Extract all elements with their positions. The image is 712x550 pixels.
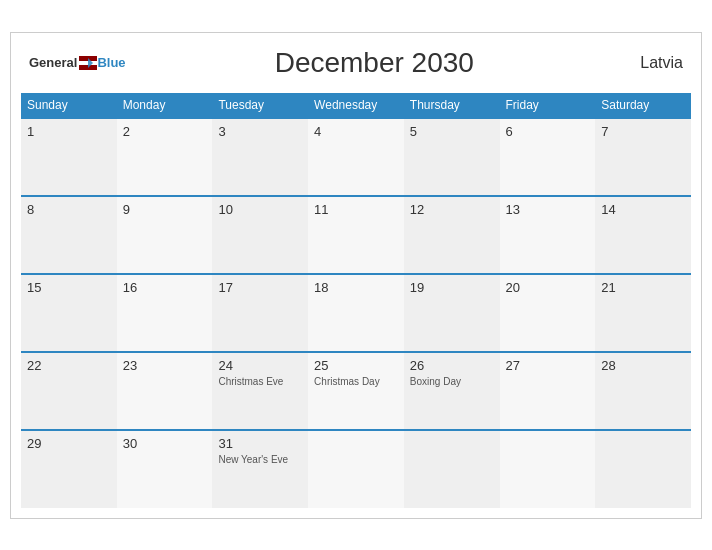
table-cell: 19 — [404, 274, 500, 352]
day-number: 21 — [601, 280, 685, 295]
table-cell: 12 — [404, 196, 500, 274]
table-cell — [500, 430, 596, 508]
table-cell: 3 — [212, 118, 308, 196]
day-number: 18 — [314, 280, 398, 295]
table-cell: 4 — [308, 118, 404, 196]
day-number: 6 — [506, 124, 590, 139]
header-friday: Friday — [500, 93, 596, 118]
calendar-week-row: 222324Christmas Eve25Christmas Day26Boxi… — [21, 352, 691, 430]
day-number: 17 — [218, 280, 302, 295]
holiday-label: Boxing Day — [410, 375, 494, 388]
day-number: 3 — [218, 124, 302, 139]
day-number: 22 — [27, 358, 111, 373]
day-number: 13 — [506, 202, 590, 217]
table-cell: 2 — [117, 118, 213, 196]
table-cell — [308, 430, 404, 508]
calendar-header: General Blue December 2030 Latvia — [21, 43, 691, 83]
day-number: 5 — [410, 124, 494, 139]
day-number: 1 — [27, 124, 111, 139]
day-number: 15 — [27, 280, 111, 295]
table-cell: 8 — [21, 196, 117, 274]
calendar-week-row: 293031New Year's Eve — [21, 430, 691, 508]
day-number: 26 — [410, 358, 494, 373]
calendar-week-row: 891011121314 — [21, 196, 691, 274]
table-cell: 27 — [500, 352, 596, 430]
table-cell: 14 — [595, 196, 691, 274]
logo-blue-text: Blue — [97, 55, 125, 70]
table-cell: 26Boxing Day — [404, 352, 500, 430]
header-monday: Monday — [117, 93, 213, 118]
table-cell: 22 — [21, 352, 117, 430]
table-cell: 16 — [117, 274, 213, 352]
table-cell: 9 — [117, 196, 213, 274]
table-cell: 17 — [212, 274, 308, 352]
day-number: 8 — [27, 202, 111, 217]
table-cell — [595, 430, 691, 508]
day-number: 2 — [123, 124, 207, 139]
header-saturday: Saturday — [595, 93, 691, 118]
day-number: 16 — [123, 280, 207, 295]
table-cell: 15 — [21, 274, 117, 352]
table-cell: 11 — [308, 196, 404, 274]
day-number: 29 — [27, 436, 111, 451]
holiday-label: Christmas Eve — [218, 375, 302, 388]
day-number: 31 — [218, 436, 302, 451]
calendar-container: General Blue December 2030 Latvia Sunday… — [10, 32, 702, 519]
header-thursday: Thursday — [404, 93, 500, 118]
table-cell: 7 — [595, 118, 691, 196]
day-number: 24 — [218, 358, 302, 373]
logo: General Blue — [29, 55, 126, 70]
table-cell: 1 — [21, 118, 117, 196]
table-cell: 23 — [117, 352, 213, 430]
holiday-label: New Year's Eve — [218, 453, 302, 466]
day-number: 9 — [123, 202, 207, 217]
header-sunday: Sunday — [21, 93, 117, 118]
day-number: 28 — [601, 358, 685, 373]
table-cell: 13 — [500, 196, 596, 274]
day-number: 23 — [123, 358, 207, 373]
day-number: 30 — [123, 436, 207, 451]
table-cell: 28 — [595, 352, 691, 430]
logo-flag-icon — [79, 56, 97, 70]
calendar-week-row: 15161718192021 — [21, 274, 691, 352]
day-number: 25 — [314, 358, 398, 373]
table-cell: 20 — [500, 274, 596, 352]
header-tuesday: Tuesday — [212, 93, 308, 118]
day-number: 12 — [410, 202, 494, 217]
table-cell: 5 — [404, 118, 500, 196]
table-cell: 31New Year's Eve — [212, 430, 308, 508]
day-number: 7 — [601, 124, 685, 139]
table-cell: 25Christmas Day — [308, 352, 404, 430]
holiday-label: Christmas Day — [314, 375, 398, 388]
calendar-title: December 2030 — [275, 47, 474, 79]
header-wednesday: Wednesday — [308, 93, 404, 118]
day-number: 10 — [218, 202, 302, 217]
table-cell: 24Christmas Eve — [212, 352, 308, 430]
table-cell — [404, 430, 500, 508]
day-number: 20 — [506, 280, 590, 295]
table-cell: 30 — [117, 430, 213, 508]
day-number: 14 — [601, 202, 685, 217]
table-cell: 21 — [595, 274, 691, 352]
table-cell: 6 — [500, 118, 596, 196]
calendar-week-row: 1234567 — [21, 118, 691, 196]
table-cell: 10 — [212, 196, 308, 274]
country-label: Latvia — [623, 54, 683, 72]
calendar-table: Sunday Monday Tuesday Wednesday Thursday… — [21, 93, 691, 508]
day-number: 27 — [506, 358, 590, 373]
weekday-header-row: Sunday Monday Tuesday Wednesday Thursday… — [21, 93, 691, 118]
day-number: 19 — [410, 280, 494, 295]
logo-general-text: General — [29, 55, 77, 70]
table-cell: 29 — [21, 430, 117, 508]
day-number: 4 — [314, 124, 398, 139]
day-number: 11 — [314, 202, 398, 217]
table-cell: 18 — [308, 274, 404, 352]
